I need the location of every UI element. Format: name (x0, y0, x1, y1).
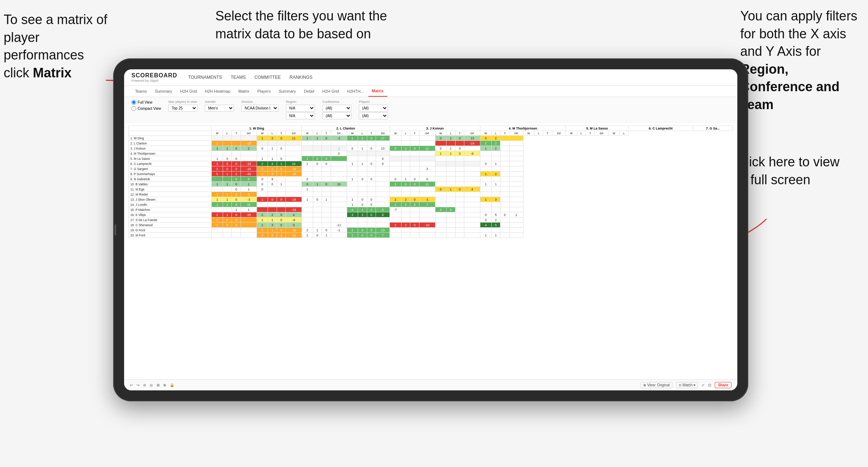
table-row: 3. J Koivun 1102 010 2 01013 04011 010 1… (129, 146, 733, 151)
logo: SCOREBOARD Powered by clippd (131, 72, 177, 82)
table-row: 14. J Lundin 11010 100 1007 (129, 202, 733, 207)
top-nav: SCOREBOARD Powered by clippd TOURNAMENTS… (124, 69, 737, 86)
bottom-toolbar: ↩ ↪ ⊘ ◎ ⊞ ⊕ 🔒 ⊕ View: Original ⊙ Watch ▾… (124, 379, 737, 390)
full-view-text: Full View (138, 100, 152, 104)
fullscreen-button[interactable]: ⤢ (702, 383, 704, 387)
filter-gender-label: Gender (205, 100, 234, 104)
filter-conference-select2[interactable]: (All) (322, 112, 352, 119)
sub-header-empty (129, 131, 212, 136)
annotation-topmid: Select the filters you want the matrix d… (215, 7, 391, 43)
tab-players[interactable]: Players (254, 86, 274, 96)
tablet-frame: SCOREBOARD Powered by clippd TOURNAMENTS… (113, 58, 748, 401)
tab-matrix-active[interactable]: Matrix (368, 86, 387, 97)
tab-h2hgrid2[interactable]: H2H Grid (319, 86, 343, 96)
tab-h2hheatmap[interactable]: H2H Heatmap (201, 86, 234, 96)
view-label[interactable]: ⊕ View: Original (641, 382, 672, 388)
filter-players-select2[interactable]: (All) (359, 112, 388, 119)
table-row: 1. W Ding 12011 110-2 12017 01013 02 (129, 136, 733, 141)
nav-item-teams[interactable]: TEAMS (231, 73, 246, 81)
col-header-6: 6. C Lamprecht (629, 126, 693, 131)
filter-region: Region N/A N/A (286, 100, 315, 119)
annotation-topleft: To see a matrix of player performances c… (4, 11, 120, 82)
table-row: 10. B Valdes 1101 001 01010 10011 11 (129, 182, 733, 187)
table-row: 4. M Thorbjornsen 3 110-6 (129, 151, 733, 156)
table-row: 15. P Maichon 11 -19 4110 -7 22 (129, 207, 733, 212)
grid-button[interactable]: ⊞ (157, 383, 160, 387)
filter-region-select1[interactable]: N/A (286, 105, 315, 112)
undo-button[interactable]: ↩ (130, 383, 133, 387)
table-row: 7. G Sargent 200-16 220-15 3 (129, 166, 733, 171)
filter-max-label: Max players in view (168, 100, 197, 104)
table-row: 5. M La Sasso 100 110 100 6 (129, 156, 733, 161)
col-header-2: 2. L Clanton (302, 126, 390, 131)
refresh-button[interactable]: ⊘ (143, 383, 146, 387)
filter-max-select[interactable]: Top 25 (168, 105, 197, 112)
nav-item-tournaments[interactable]: TOURNAMENTS (188, 73, 222, 81)
table-row: 16. K Vilips 210-25 2204 3308 0501 (129, 212, 733, 217)
share-button[interactable]: Share (715, 382, 731, 388)
nav-item-committee[interactable]: COMMITTEE (254, 73, 281, 81)
col-header-7: 7. G Sa... (693, 126, 733, 131)
logo-text: SCOREBOARD (131, 72, 177, 79)
filter-conference-select1[interactable]: (All) (322, 105, 352, 112)
tablet-side-button (115, 224, 116, 235)
sub-tabs: Teams Summary H2H Grid H2H Heatmap Matri… (124, 86, 737, 97)
col-header-empty (129, 126, 212, 131)
filter-division: Division NCAA Division I (241, 100, 279, 112)
col-header-5: 5. M La Sasso (566, 126, 629, 131)
filter-conference-label: Conference (322, 100, 352, 104)
filter-division-label: Division (241, 100, 279, 104)
table-row: 20. M Ford 331-11 101 1007 11 (129, 233, 733, 238)
annotation-bottomright: Click here to view in full screen (737, 153, 850, 189)
filter-gender: Gender Men's (205, 100, 234, 112)
tab-h2hgrid[interactable]: H2H Grid (176, 86, 200, 96)
table-row: 6. C Lamprecht 300-18 24124 100 1100 01 (129, 161, 733, 166)
table-row: 11. M Ege 01 0 1 0104 (129, 187, 733, 192)
table-row: 18. C Sherwood 200 1300 -11 220-10 45 (129, 223, 733, 228)
table-row: 17. S De La Fuente 200 110-8 02 (129, 217, 733, 223)
nav-item-rankings[interactable]: RANKINGS (289, 73, 312, 81)
tab-h2hth[interactable]: H2HTH... (343, 86, 368, 96)
table-row: 8. P Summerhays 512-45 202-16 12 (129, 171, 733, 177)
view-options: Full View Compact View (131, 100, 161, 111)
filter-max-players: Max players in view Top 25 (168, 100, 197, 112)
filters-row: Full View Compact View Max players in vi… (124, 97, 737, 123)
filter-conference: Conference (All) (All) (322, 100, 352, 119)
full-view-label[interactable]: Full View (131, 100, 161, 105)
nav-items: TOURNAMENTS TEAMS COMMITTEE RANKINGS (188, 73, 312, 81)
tab-detail[interactable]: Detail (300, 86, 318, 96)
table-row: 9. N Gabrelcik 00 09 0 100 0100 (129, 177, 733, 182)
compact-view-text: Compact View (138, 107, 161, 111)
toolbar-left: ↩ ↪ ⊘ ◎ ⊞ ⊕ 🔒 (130, 383, 174, 387)
filter-players: Players (All) (All) (359, 100, 388, 119)
annotation-topright: You can apply filters for both the X axi… (740, 7, 861, 114)
redo-button[interactable]: ↪ (137, 383, 139, 387)
filter-division-select[interactable]: NCAA Division I (241, 105, 279, 112)
logo-sub: Powered by clippd (131, 79, 177, 82)
table-row: 2. L Clanton 2-18 -24 22 (129, 141, 733, 146)
filter-gender-select[interactable]: Men's (205, 105, 234, 112)
tablet-screen: SCOREBOARD Powered by clippd TOURNAMENTS… (124, 69, 737, 390)
filter-players-select1[interactable]: (All) (359, 105, 388, 112)
col-header-3: 3. J Koivun (390, 126, 480, 131)
target-button[interactable]: ◎ (150, 383, 153, 387)
tab-teams[interactable]: Teams (131, 86, 150, 96)
table-row: 13. J Skov Olesen 110-3 100-19 101 100 2… (129, 197, 733, 202)
watch-button[interactable]: ⊙ Watch ▾ (676, 382, 698, 388)
tab-matrix-main[interactable]: Matrix (235, 86, 253, 96)
settings-button[interactable]: 🔒 (170, 383, 174, 387)
filter-region-select2[interactable]: N/A (286, 112, 315, 119)
expand-button[interactable]: ⊡ (708, 383, 711, 387)
matrix-table: 1. W Ding 2. L Clanton 3. J Koivun 4. M … (128, 126, 733, 238)
tab-summary[interactable]: Summary (151, 86, 176, 96)
full-view-radio[interactable] (131, 100, 136, 105)
tab-summary2[interactable]: Summary (275, 86, 300, 96)
toolbar-right: ⊕ View: Original ⊙ Watch ▾ ⤢ ⊡ Share (641, 382, 731, 388)
add-button[interactable]: ⊕ (163, 383, 166, 387)
filter-region-label: Region (286, 100, 315, 104)
compact-view-radio[interactable] (131, 106, 136, 111)
matrix-area[interactable]: 1. W Ding 2. L Clanton 3. J Koivun 4. M … (124, 123, 737, 379)
col-header-1: 1. W Ding (212, 126, 302, 131)
table-row: 19. D Ford 210-20 210-1 10013 (129, 228, 733, 233)
compact-view-label[interactable]: Compact View (131, 106, 161, 111)
